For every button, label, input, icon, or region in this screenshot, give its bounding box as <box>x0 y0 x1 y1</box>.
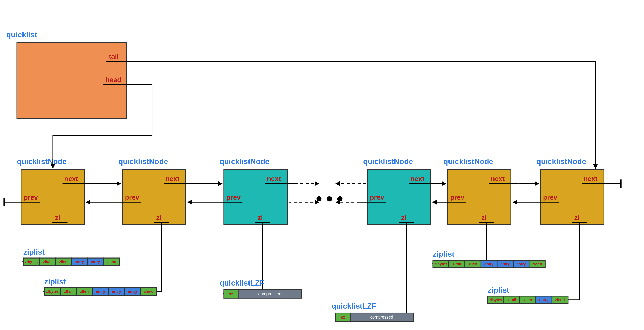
ziplist-cell-label: zltail <box>453 262 461 266</box>
node-next-2: next <box>267 175 281 183</box>
node-title-0: quicklistNode <box>17 157 67 166</box>
lzf-compressed-label: compressed <box>258 291 281 296</box>
node-zl-4: zl <box>482 214 487 221</box>
ziplist-title-3: ziplist <box>488 286 509 294</box>
ziplist-cell-label: zlbytes <box>490 298 502 302</box>
quicklist-title: quicklist <box>6 30 37 39</box>
ziplist-title-2: ziplist <box>433 250 454 258</box>
node-prev-4: prev <box>450 194 464 201</box>
node-next-0: next <box>64 175 78 183</box>
ziplist-cell-label: zlend <box>555 298 565 302</box>
ziplist-cell-label: entry <box>516 262 526 266</box>
node-next-3: next <box>410 175 424 183</box>
ziplist-cell-label: zllen <box>524 298 532 302</box>
ziplist-cell-label: zlbytes <box>46 289 59 293</box>
ziplist-cell-label: zllen <box>80 289 88 293</box>
ziplist-cell-label: entry <box>75 260 84 264</box>
ziplist-cell-label: zltail <box>64 289 72 293</box>
node-prev-3: prev <box>370 194 384 201</box>
lzf-title-1: quicklistLZF <box>332 302 376 310</box>
ziplist-cell-label: entry <box>91 260 100 264</box>
ellipsis: ● ● ● <box>315 192 343 205</box>
node-prev-2: prev <box>226 194 241 201</box>
node-title-4: quicklistNode <box>444 157 493 166</box>
tail-pointer <box>136 61 596 168</box>
lzf-sz-label: sz <box>341 315 345 319</box>
node-title-1: quicklistNode <box>118 157 168 166</box>
node-title-5: quicklistNode <box>536 157 586 166</box>
ziplist-title-1: ziplist <box>44 277 66 286</box>
ziplist-cell-label: zlbytes <box>25 260 38 264</box>
ziplist-cell-label: zllen <box>469 262 477 266</box>
node-prev-0: prev <box>24 194 38 201</box>
node-next-5: next <box>584 175 598 183</box>
node-zl-5: zl <box>574 214 580 221</box>
ziplist-cell-label: entry <box>539 298 549 302</box>
node-zl-2: zl <box>258 214 263 221</box>
ziplist-cell-label: zlbytes <box>434 262 447 266</box>
ziplist-title-0: ziplist <box>23 248 45 256</box>
ziplist-cell-label: entry <box>500 262 510 266</box>
node-title-3: quicklistNode <box>363 157 413 166</box>
ziplist-cell-label: zlend <box>106 260 116 264</box>
ziplist-cell-label: entry <box>484 262 494 266</box>
node-next-1: next <box>166 175 179 183</box>
ziplist-cell-label: zlend <box>144 289 154 293</box>
ziplist-cell-label: zltail <box>508 298 516 302</box>
ziplist-cell-label: entry <box>112 289 121 293</box>
quicklist-diagram: quicklisttailheadquicklistNodenextprevzl… <box>0 0 644 330</box>
lzf-title-0: quicklistLZF <box>220 279 264 287</box>
node-title-2: quicklistNode <box>220 157 270 166</box>
ziplist-cell-label: zllen <box>59 260 68 264</box>
node-zl-3: zl <box>401 214 406 221</box>
node-prev-5: prev <box>543 194 557 201</box>
node-zl-0: zl <box>55 214 60 221</box>
node-prev-1: prev <box>125 194 139 201</box>
quicklist-tail-label: tail <box>109 53 119 60</box>
ziplist-cell-label: zlend <box>532 262 542 266</box>
ziplist-cell-label: zltail <box>43 260 52 264</box>
lzf-compressed-label: compressed <box>370 315 393 319</box>
node-zl-1: zl <box>156 214 162 221</box>
quicklist-head-label: head <box>106 76 121 84</box>
ziplist-cell-label: entry <box>128 289 138 293</box>
ziplist-cell-label: entry <box>96 289 105 293</box>
lzf-sz-label: sz <box>229 292 233 296</box>
node-next-4: next <box>490 175 504 183</box>
